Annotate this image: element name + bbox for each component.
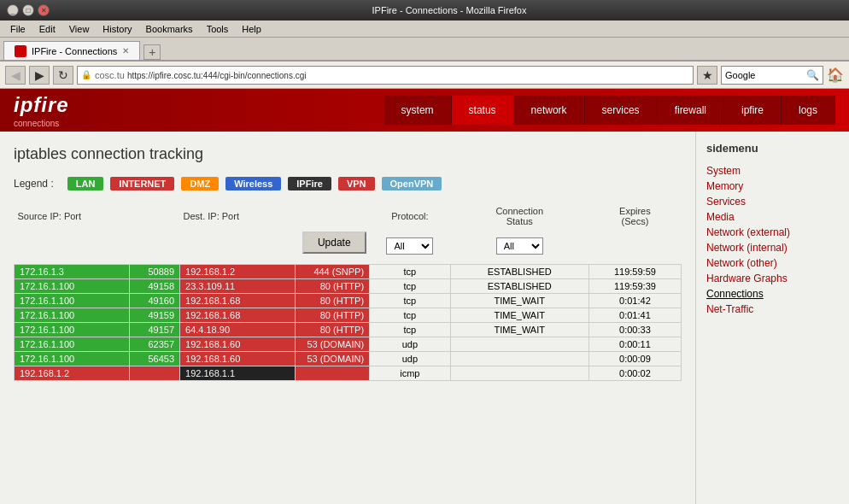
sidebar: sidemenu SystemMemoryServicesMediaNetwor… [695,132,849,504]
logo-text: ipfire [14,93,69,117]
menu-edit[interactable]: Edit [32,22,62,36]
src-port: 50889 [130,265,180,279]
sidebar-links: SystemMemoryServicesMediaNetwork (extern… [706,163,839,317]
back-button[interactable]: ◀ [5,66,26,85]
conn-status [450,352,588,366]
dst-ip: 192.168.1.60 [180,337,296,352]
menu-view[interactable]: View [62,22,97,36]
sidebar-link-hardware-graphs[interactable]: Hardware Graphs [706,271,839,286]
expires: 119:59:39 [588,279,681,294]
menu-history[interactable]: History [96,22,138,36]
col-header-status: ConnectionStatus [450,204,588,228]
table-row: 172.16.1.100 56453 192.168.1.60 53 (DOMA… [15,352,682,366]
tab-bar: IPFire - Connections ✕ + [0,38,849,62]
legend-row: Legend : LAN INTERNET DMZ Wireless IPFir… [14,177,682,190]
dst-ip: 64.4.18.90 [180,323,296,337]
dst-ip: 192.168.1.68 [180,308,296,323]
sidebar-link-connections[interactable]: Connections [706,286,839,302]
dst-ip: 192.168.1.60 [180,352,296,366]
sidebar-link-network--other-[interactable]: Network (other) [706,255,839,271]
expires: 119:59:59 [588,265,681,279]
tab-services[interactable]: services [585,96,658,125]
src-ip: 192.168.1.2 [15,366,130,381]
menu-help[interactable]: Help [235,22,268,36]
protocol: tcp [370,323,451,337]
address-bar[interactable]: 🔒 cosc.tu https://ipfire.cosc.tu:444/cgi… [77,66,694,85]
status-filter[interactable]: All ESTABLISHED TIME_WAIT [496,237,543,255]
legend-dmz: DMZ [181,177,219,190]
dst-port: 80 (HTTP) [296,323,370,337]
sidebar-link-network--internal-[interactable]: Network (internal) [706,240,839,255]
tab-ipfire[interactable]: ipfire [724,96,782,125]
minimize-button[interactable]: _ [7,4,19,16]
legend-label: Legend : [14,178,54,190]
protocol: icmp [370,366,451,381]
menu-bar: File Edit View History Bookmarks Tools H… [0,21,849,38]
legend-openvpn: OpenVPN [382,177,442,190]
search-placeholder: Google [725,70,803,80]
dst-port: 53 (DOMAIN) [296,337,370,352]
sidebar-link-system[interactable]: System [706,163,839,179]
logo-sub: connections [14,119,69,128]
sidebar-link-services[interactable]: Services [706,194,839,209]
main-content: iptables connection tracking Legend : LA… [0,132,695,504]
src-port: 62357 [130,337,180,352]
maximize-button[interactable]: □ [22,4,34,16]
url-domain: cosc.tu [95,70,125,80]
legend-lan: LAN [67,177,104,190]
search-box[interactable]: Google 🔍 [721,66,823,85]
legend-vpn: VPN [338,177,375,190]
app-header: ipfire connections system status network… [0,89,849,132]
update-button[interactable]: Update [302,231,366,254]
legend-wireless: Wireless [225,177,281,190]
sidebar-link-media[interactable]: Media [706,209,839,225]
tab-favicon [15,45,26,57]
tab-logs[interactable]: logs [782,96,835,125]
sidebar-link-net-traffic[interactable]: Net-Traffic [706,302,839,317]
menu-file[interactable]: File [3,22,32,36]
close-button[interactable]: ✕ [38,4,50,16]
browser-tab-1[interactable]: IPFire - Connections ✕ [3,41,140,60]
table-row: 172.16.1.3 50889 192.168.1.2 444 (SNPP) … [15,265,682,279]
conn-status: ESTABLISHED [450,265,588,279]
home-button[interactable]: 🏠 [827,67,844,83]
col-header-protocol: Protocol: [370,204,451,228]
protocol: udp [370,352,451,366]
forward-button[interactable]: ▶ [29,66,50,85]
protocol: tcp [370,265,451,279]
tab-status[interactable]: status [452,96,514,125]
menu-tools[interactable]: Tools [200,22,236,36]
table-row: 172.16.1.100 62357 192.168.1.60 53 (DOMA… [15,337,682,352]
protocol: udp [370,337,451,352]
protocol-filter[interactable]: All tcp udp icmp [386,237,433,255]
sidebar-link-memory[interactable]: Memory [706,179,839,194]
title-bar: _ □ ✕ IPFire - Connections - Mozilla Fir… [0,0,849,21]
src-port: 56453 [130,352,180,366]
tab-firewall[interactable]: firewall [658,96,724,125]
tab-label: IPFire - Connections [32,46,117,56]
menu-bookmarks[interactable]: Bookmarks [139,22,200,36]
content-area: iptables connection tracking Legend : LA… [0,132,849,504]
new-tab-button[interactable]: + [143,44,161,60]
src-port [130,366,180,381]
sidebar-title: sidemenu [706,142,839,155]
src-ip: 172.16.1.100 [15,279,130,294]
tab-system[interactable]: system [384,96,452,125]
src-ip: 172.16.1.100 [15,352,130,366]
window-controls[interactable]: _ □ ✕ [7,4,50,16]
conn-status [450,337,588,352]
sidebar-link-network--external-[interactable]: Network (external) [706,225,839,240]
table-row: 172.16.1.100 49159 192.168.1.68 80 (HTTP… [15,308,682,323]
protocol: tcp [370,308,451,323]
url-full: https://ipfire.cosc.tu:444/cgi-bin/conne… [127,71,307,80]
page-title: iptables connection tracking [14,145,682,163]
tab-network[interactable]: network [514,96,585,125]
bookmark-button[interactable]: ★ [697,66,717,85]
reload-button[interactable]: ↻ [53,66,73,85]
dst-ip: 192.168.1.68 [180,294,296,308]
tab-close-icon[interactable]: ✕ [122,46,129,56]
dst-port: 80 (HTTP) [296,308,370,323]
app-container: ipfire connections system status network… [0,89,849,504]
window-title: IPFire - Connections - Mozilla Firefox [56,5,842,15]
src-port: 49157 [130,323,180,337]
